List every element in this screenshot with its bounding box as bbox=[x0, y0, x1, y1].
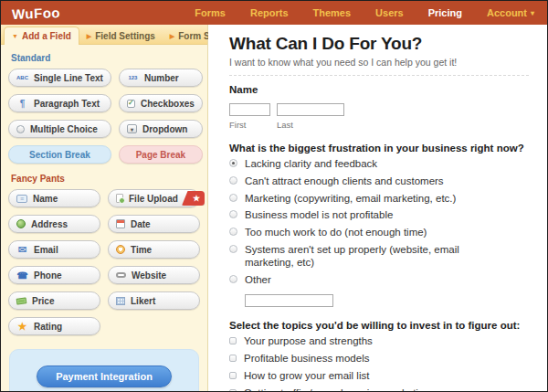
nav-reports[interactable]: Reports bbox=[250, 7, 289, 18]
checkbox-option-getting-traffic-search-engine-marketing[interactable]: Getting traffic / search engine marketin… bbox=[229, 387, 496, 391]
checkbox-option-label: Your purpose and strengths bbox=[244, 335, 373, 348]
field-button-dropdown[interactable]: Dropdown bbox=[119, 120, 203, 138]
radio-selected-icon[interactable] bbox=[229, 159, 237, 167]
radio-option-label: Systems aren't set up properly (website,… bbox=[245, 244, 496, 270]
field-button-label: Phone bbox=[34, 270, 62, 281]
nav-label: Pricing bbox=[428, 7, 462, 18]
field-button-name[interactable]: Name bbox=[8, 189, 100, 207]
field-button-label: Section Break bbox=[29, 150, 90, 160]
nav-users[interactable]: Users bbox=[375, 7, 404, 18]
field-button-label: Date bbox=[131, 219, 151, 229]
radio-option-lacking-clarity-and-feedback[interactable]: Lacking clarity and feedback bbox=[229, 158, 496, 171]
field-button-label: Email bbox=[34, 245, 58, 255]
radio-icon[interactable] bbox=[229, 210, 237, 218]
form-preview: What Can I Do For You? I want to know wh… bbox=[208, 25, 547, 391]
field-button-label: Checkboxes bbox=[141, 99, 195, 109]
checkbox-icon[interactable] bbox=[229, 372, 237, 379]
sidebar: ▼Add a Field▶Field Settings▶Form Setting… bbox=[1, 25, 208, 391]
field-button-multiple-choice[interactable]: Multiple Choice bbox=[8, 120, 111, 138]
payment-integration-button[interactable]: Payment Integration bbox=[37, 366, 172, 387]
radio-option-other[interactable]: Other bbox=[229, 274, 496, 287]
sidebar-tabs: ▼Add a Field▶Field Settings▶Form Setting… bbox=[1, 25, 207, 45]
other-input[interactable] bbox=[245, 294, 333, 307]
radio-icon[interactable] bbox=[229, 194, 237, 202]
field-button-label: Likert bbox=[131, 296, 155, 306]
field-button-label: Paragraph Text bbox=[34, 99, 100, 109]
checkbox-option-your-purpose-and-strengths[interactable]: Your purpose and strengths bbox=[229, 335, 496, 348]
triangle-right-icon: ▶ bbox=[87, 33, 91, 39]
phone-icon bbox=[16, 270, 28, 281]
checkbox-option-how-to-grow-your-email-list[interactable]: How to grow your email list bbox=[229, 370, 496, 383]
field-button-label: Dropdown bbox=[142, 124, 187, 134]
tab-label: Field Settings bbox=[95, 31, 155, 41]
field-button-phone[interactable]: Phone bbox=[8, 266, 100, 284]
radio-icon[interactable] bbox=[229, 245, 237, 253]
checkbox-icon[interactable] bbox=[229, 337, 237, 344]
field-button-label: Website bbox=[132, 270, 166, 281]
radio-glyph-icon bbox=[16, 125, 25, 133]
nav-label: Reports bbox=[250, 7, 289, 18]
radio-option-marketing-copywriting-email-marketing-etc[interactable]: Marketing (copywriting, email marketing,… bbox=[229, 193, 496, 206]
radio-option-label: Too much work to do (not enough time) bbox=[245, 227, 427, 239]
name-inputs: First Last bbox=[229, 100, 529, 130]
radio-question-label: What is the biggest frustration in your … bbox=[229, 143, 529, 154]
nav-label: Users bbox=[375, 7, 404, 18]
triangle-down-icon: ▼ bbox=[12, 33, 18, 39]
field-button-price[interactable]: Price bbox=[8, 291, 100, 310]
radio-option-label: Other bbox=[245, 274, 271, 287]
field-button-file-upload[interactable]: File Upload★ bbox=[108, 189, 200, 207]
radio-option-business-model-is-not-profitable[interactable]: Business model is not profitable bbox=[229, 209, 496, 222]
first-name-input[interactable] bbox=[229, 103, 270, 116]
field-button-page-break[interactable]: Page Break bbox=[119, 145, 203, 164]
num-icon bbox=[127, 72, 139, 83]
field-button-paragraph-text[interactable]: Paragraph Text bbox=[8, 94, 111, 112]
field-button-section-break[interactable]: Section Break bbox=[8, 145, 111, 164]
triangle-right-icon: ▶ bbox=[170, 33, 174, 39]
nav-forms[interactable]: Forms bbox=[195, 7, 226, 18]
radio-option-can-t-attract-enough-clients-and-customers[interactable]: Can't attract enough clients and custome… bbox=[229, 175, 496, 188]
first-sublabel: First bbox=[229, 120, 270, 130]
tab-add-a-field[interactable]: ▼Add a Field bbox=[4, 26, 79, 45]
radio-icon[interactable] bbox=[229, 275, 237, 283]
field-button-rating[interactable]: Rating bbox=[8, 317, 100, 335]
sidebar-body: Standard Single Line TextNumberParagraph… bbox=[1, 45, 207, 392]
checkbox-option-profitable-business-models[interactable]: Profitable business models bbox=[229, 353, 496, 366]
field-button-label: Rating bbox=[34, 322, 62, 332]
field-button-email[interactable]: Email bbox=[8, 240, 100, 259]
fancy-pants-section-title: Fancy Pants bbox=[11, 174, 200, 184]
radio-option-list: Lacking clarity and feedbackCan't attrac… bbox=[229, 158, 529, 286]
nav-themes[interactable]: Themes bbox=[313, 7, 352, 18]
last-name-input[interactable] bbox=[277, 103, 344, 116]
nav-pricing[interactable]: Pricing bbox=[428, 7, 462, 18]
star-icon bbox=[16, 321, 28, 332]
field-button-time[interactable]: Time bbox=[108, 240, 200, 259]
wufoo-logo[interactable]: WuFoo bbox=[12, 5, 61, 22]
nav-account[interactable]: Account▾ bbox=[487, 7, 534, 18]
name-field: Name First Last bbox=[229, 84, 529, 130]
body-row: ▼Add a Field▶Field Settings▶Form Setting… bbox=[1, 25, 547, 391]
field-button-label: File Upload bbox=[129, 194, 178, 204]
checkbox-question-label: Select the topics you'd be willing to in… bbox=[229, 320, 529, 331]
field-button-date[interactable]: Date bbox=[108, 215, 200, 233]
radio-option-label: Can't attract enough clients and custome… bbox=[245, 175, 444, 188]
checkbox-icon[interactable] bbox=[229, 355, 237, 362]
radio-option-too-much-work-to-do-not-enough-time[interactable]: Too much work to do (not enough time) bbox=[229, 227, 496, 239]
top-bar: WuFoo FormsReportsThemesUsersPricingAcco… bbox=[1, 1, 547, 25]
last-sublabel: Last bbox=[277, 120, 344, 130]
radio-icon[interactable] bbox=[229, 176, 237, 185]
field-button-likert[interactable]: Likert bbox=[108, 291, 200, 310]
abc-icon bbox=[16, 72, 28, 83]
radio-option-label: Lacking clarity and feedback bbox=[245, 158, 377, 171]
field-button-website[interactable]: Website bbox=[108, 266, 200, 284]
radio-option-systems-aren-t-set-up-properly-website-email-marketing-etc[interactable]: Systems aren't set up properly (website,… bbox=[229, 244, 496, 270]
radio-option-label: Business model is not profitable bbox=[245, 209, 393, 222]
field-button-address[interactable]: Address bbox=[8, 215, 100, 233]
app-window: WuFoo FormsReportsThemesUsersPricingAcco… bbox=[0, 0, 548, 392]
radio-icon[interactable] bbox=[229, 228, 237, 236]
calendar-icon bbox=[116, 219, 125, 228]
tab-field-settings[interactable]: ▶Field Settings bbox=[79, 27, 163, 44]
field-button-number[interactable]: Number bbox=[119, 69, 203, 87]
field-button-checkboxes[interactable]: Checkboxes bbox=[119, 94, 203, 112]
checkbox-icon[interactable] bbox=[229, 389, 237, 391]
field-button-single-line-text[interactable]: Single Line Text bbox=[8, 69, 111, 87]
